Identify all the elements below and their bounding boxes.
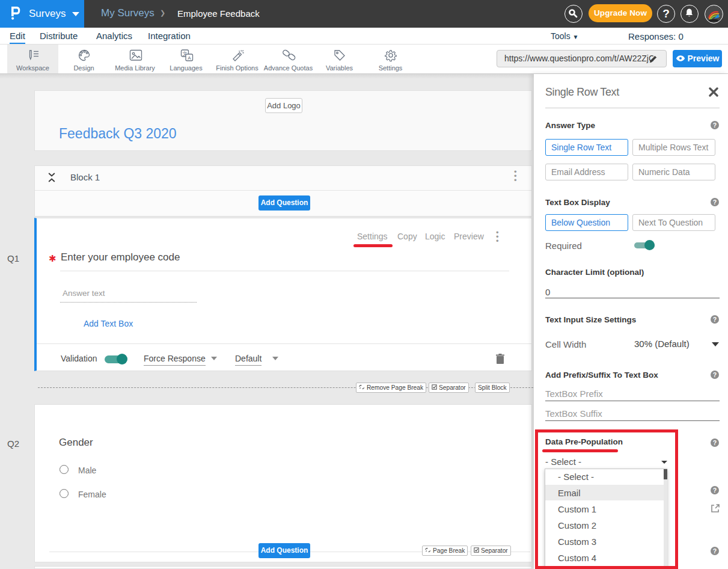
svg-text:A: A xyxy=(188,55,191,61)
